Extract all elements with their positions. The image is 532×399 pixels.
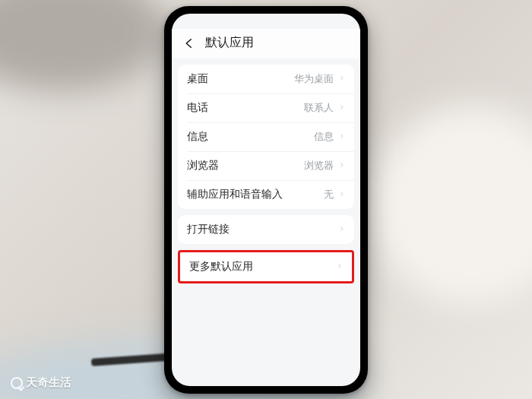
settings-group-defaults: 桌面 华为桌面 电话 联系人 信息 xyxy=(178,65,354,209)
row-value: 信息 xyxy=(314,131,334,144)
background-blur xyxy=(0,0,167,91)
row-messages[interactable]: 信息 信息 xyxy=(178,122,354,151)
row-label: 桌面 xyxy=(187,72,208,86)
row-label: 浏览器 xyxy=(187,159,219,173)
watermark-text: 天奇生活 xyxy=(26,375,71,390)
row-browser[interactable]: 浏览器 浏览器 xyxy=(178,151,354,180)
chevron-right-icon xyxy=(338,72,345,86)
row-value: 联系人 xyxy=(304,102,334,115)
settings-group-links: 打开链接 xyxy=(178,215,354,244)
row-label: 电话 xyxy=(187,101,208,115)
settings-group-more-defaults: 更多默认应用 xyxy=(178,250,354,283)
row-label: 信息 xyxy=(187,130,208,144)
row-value: 无 xyxy=(324,188,334,201)
row-open-links[interactable]: 打开链接 xyxy=(178,215,354,244)
phone-frame: 默认应用 桌面 华为桌面 电话 联系人 xyxy=(164,6,368,394)
back-icon[interactable] xyxy=(182,36,196,50)
chevron-right-icon xyxy=(338,159,345,173)
phone-screen: 默认应用 桌面 华为桌面 电话 联系人 xyxy=(172,14,360,386)
row-label: 更多默认应用 xyxy=(189,260,253,274)
row-assistant-voice[interactable]: 辅助应用和语音输入 无 xyxy=(178,180,354,209)
watermark: 天奇生活 xyxy=(11,375,71,390)
chevron-right-icon xyxy=(336,260,343,274)
app-header: 默认应用 xyxy=(172,29,360,59)
chevron-right-icon xyxy=(338,223,345,236)
row-phone[interactable]: 电话 联系人 xyxy=(178,93,354,122)
chevron-right-icon xyxy=(338,101,345,115)
row-more-default-apps[interactable]: 更多默认应用 xyxy=(180,252,352,281)
chevron-right-icon xyxy=(338,188,345,201)
row-value: 浏览器 xyxy=(304,160,334,173)
background-blur xyxy=(372,106,532,304)
row-desktop[interactable]: 桌面 华为桌面 xyxy=(178,65,354,93)
watermark-icon xyxy=(11,377,23,389)
page-title: 默认应用 xyxy=(205,35,254,51)
row-label: 打开链接 xyxy=(187,223,230,236)
row-value: 华为桌面 xyxy=(294,73,334,86)
chevron-right-icon xyxy=(338,130,345,144)
row-label: 辅助应用和语音输入 xyxy=(187,188,283,201)
